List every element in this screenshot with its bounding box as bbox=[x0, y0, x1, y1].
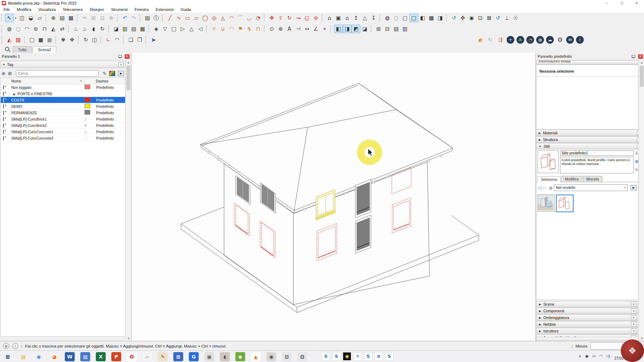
follow-me-tool-icon[interactable]: ↝ bbox=[294, 14, 303, 22]
menu-estensioni[interactable]: Estensioni bbox=[152, 7, 177, 12]
visibility-eye-icon[interactable] bbox=[3, 136, 4, 141]
toolbar-grip[interactable] bbox=[371, 25, 373, 32]
style-toggle-2-icon[interactable]: ◨ bbox=[343, 25, 352, 33]
right-view-icon[interactable]: ▷ bbox=[178, 25, 187, 33]
face-style-gray-icon[interactable]: ■ bbox=[45, 36, 54, 44]
toolbar-grip[interactable] bbox=[24, 36, 26, 43]
lightning-tool-icon[interactable]: ↯ bbox=[245, 25, 254, 33]
dimension-tool-icon[interactable]: ↔ bbox=[303, 25, 311, 33]
scroll-down-icon[interactable]: ▼ bbox=[639, 336, 644, 341]
toolbar-grip[interactable] bbox=[55, 36, 58, 43]
line-tool-icon[interactable]: ╱ bbox=[166, 14, 174, 22]
tag-dashes-value[interactable]: Predefinito bbox=[94, 111, 125, 115]
toolbar-grip[interactable] bbox=[78, 36, 80, 43]
style-description[interactable]: Colori predefiniti. Bordi profilo. Cielo… bbox=[560, 157, 634, 173]
toolbar-grip[interactable] bbox=[1, 25, 4, 32]
column-dashes[interactable]: Dashes bbox=[94, 78, 125, 84]
toolbar-grip[interactable] bbox=[162, 14, 165, 22]
enscape-about-icon[interactable]: i bbox=[576, 36, 584, 44]
section-istruttore[interactable]: ▶Istruttore✕ bbox=[537, 328, 638, 334]
taskbar-start-icon[interactable]: ⊞ bbox=[3, 352, 13, 361]
taskbar-photo-viewer-icon[interactable]: ▣ bbox=[204, 352, 214, 361]
toolbar-grip[interactable] bbox=[108, 25, 111, 32]
new-building-icon[interactable]: △ bbox=[360, 14, 369, 22]
rotate-tool-icon[interactable]: ↻ bbox=[285, 14, 294, 22]
freehand-tool-icon[interactable]: ∿ bbox=[174, 14, 183, 22]
taskbar-opera-icon[interactable]: O bbox=[127, 352, 137, 361]
two-point-arc-tool-icon[interactable]: ⌒ bbox=[236, 14, 245, 22]
component-options-icon[interactable]: ⊞ bbox=[374, 25, 383, 33]
eraser-tool-icon[interactable]: ▱ bbox=[35, 14, 44, 22]
curic-space-icon[interactable]: ⊙ bbox=[267, 25, 276, 33]
scene-search-icon[interactable] bbox=[5, 47, 9, 51]
tag-color-swatch[interactable] bbox=[85, 97, 90, 102]
toolbar-grip[interactable] bbox=[446, 14, 448, 22]
position-camera-icon[interactable]: ⊥ bbox=[502, 14, 511, 22]
menu-guida[interactable]: Guida bbox=[177, 7, 194, 12]
select-tool-icon[interactable]: ↖ bbox=[5, 14, 14, 22]
tag-row[interactable]: SMat[LP]-CuricConcrete2⋰Predefinito bbox=[1, 135, 125, 141]
style-scope-dropdown[interactable]: Nel modello ∨ bbox=[554, 184, 628, 191]
textured-mode-icon[interactable]: ▩ bbox=[427, 14, 436, 22]
sandbox-from-contours-icon[interactable]: ◍ bbox=[5, 25, 14, 33]
paste-icon[interactable]: ⊟ bbox=[98, 14, 107, 22]
label-tool-icon[interactable]: ⊣ bbox=[294, 25, 303, 33]
tag-row[interactable]: SMat[LP]-CuricBrick1╱Predefinito bbox=[1, 116, 125, 122]
section-stili[interactable]: ▼ Stili ✕ bbox=[536, 143, 644, 149]
style-toggle-3-icon[interactable]: ◩ bbox=[352, 25, 360, 33]
curve-maker-tool-icon[interactable]: ◠ bbox=[113, 36, 122, 44]
display-section-planes-icon[interactable]: ▥ bbox=[120, 25, 129, 33]
monochrome-mode-icon[interactable]: ◨ bbox=[436, 14, 445, 22]
stamp-tool-icon[interactable]: ⊚ bbox=[31, 25, 40, 33]
taskbar-journal-icon[interactable]: ▱ bbox=[142, 352, 152, 361]
styles-tab-seleziona[interactable]: Seleziona bbox=[537, 176, 561, 182]
section-close-button[interactable]: ✕ bbox=[631, 308, 636, 313]
toolbar-grip[interactable] bbox=[45, 14, 48, 22]
enscape-feedback-icon[interactable]: ✉ bbox=[566, 36, 574, 44]
style-thumb-selected[interactable] bbox=[556, 195, 574, 212]
section-close-button[interactable]: ✕ bbox=[631, 329, 636, 333]
taskbar-excel-icon[interactable]: X bbox=[96, 352, 106, 361]
section-informazioni-entita[interactable]: Informazioni entità bbox=[536, 60, 638, 65]
hidden-line-mode-icon[interactable]: □ bbox=[409, 14, 418, 22]
enscape-panorama-gallery-icon[interactable]: ◍ bbox=[536, 36, 544, 44]
display-section-fill-icon[interactable]: ▦ bbox=[138, 25, 147, 33]
redo-icon[interactable]: ↷ bbox=[129, 14, 138, 22]
scroll-down-icon[interactable]: ▼ bbox=[126, 336, 131, 341]
copy-icon[interactable]: ⊞ bbox=[89, 14, 98, 22]
shaded-mode-icon[interactable]: ◧ bbox=[418, 14, 427, 22]
print-icon[interactable]: ▤ bbox=[143, 14, 152, 22]
toolbar-grip[interactable] bbox=[264, 14, 266, 22]
tag-dashes-value[interactable]: Predefinito bbox=[94, 136, 125, 140]
tag-row[interactable]: DEMOPredefinito bbox=[1, 103, 125, 110]
model-info-icon[interactable]: ⓘ bbox=[152, 14, 161, 22]
styles-tab-miscela[interactable]: Miscela bbox=[583, 176, 602, 182]
taskbar-sketchup-instance-2-icon[interactable]: S bbox=[332, 352, 341, 361]
menu-visualizza[interactable]: Visualizza bbox=[35, 7, 59, 12]
xray-mode-icon[interactable]: ◍ bbox=[383, 14, 392, 22]
taskbar-sketchup-instance-1-icon[interactable]: S bbox=[322, 352, 330, 361]
tag-dashes-value[interactable]: Predefinito bbox=[94, 104, 125, 109]
pin-icon[interactable] bbox=[632, 55, 635, 58]
open-file-icon[interactable]: ▤ bbox=[58, 14, 67, 22]
visibility-eye-icon[interactable] bbox=[3, 104, 4, 109]
menu-strumenti[interactable]: Strumenti bbox=[107, 7, 131, 12]
curic-align-icon[interactable]: ⊕ bbox=[276, 25, 285, 33]
toolbar-grip[interactable] bbox=[148, 25, 151, 32]
panel1-scrollbar[interactable]: ▲ ▼ bbox=[125, 60, 131, 341]
style-toggle-1-icon[interactable]: ◧ bbox=[334, 25, 343, 33]
column-nome[interactable]: Nome ∧ bbox=[10, 78, 85, 84]
arc-tool-icon[interactable]: ◠ bbox=[227, 14, 236, 22]
forward-arrow-icon[interactable]: ▷ bbox=[543, 185, 547, 190]
taskbar-file-explorer-icon[interactable]: ▤ bbox=[18, 352, 28, 361]
add-tag-icon[interactable]: ⊕ bbox=[0, 70, 7, 76]
menu-modifica[interactable]: Modifica bbox=[13, 7, 35, 12]
taskbar-powerpoint-icon[interactable]: P bbox=[111, 352, 121, 361]
taskbar-chrome-icon[interactable]: ◉ bbox=[34, 352, 44, 361]
look-around-icon[interactable]: ☉ bbox=[511, 14, 520, 22]
dashed-rotate-tool-icon[interactable]: ↻ bbox=[81, 36, 90, 44]
close-button[interactable]: ✕ bbox=[629, 0, 644, 6]
zoom-tool-icon[interactable]: ◉ bbox=[467, 14, 476, 22]
maximize-button[interactable]: ☐ bbox=[614, 0, 629, 6]
toolbar-grip[interactable] bbox=[206, 25, 209, 32]
